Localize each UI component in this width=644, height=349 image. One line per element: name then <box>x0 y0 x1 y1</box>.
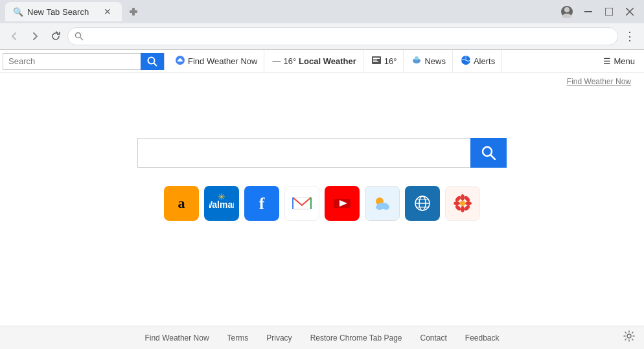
news-label: 16° <box>384 56 397 66</box>
alerts-label: News <box>424 56 446 66</box>
address-bar[interactable] <box>67 27 618 45</box>
svg-point-48 <box>460 201 465 206</box>
toolbar-item-news[interactable]: 16° <box>365 50 404 73</box>
svg-line-12 <box>154 63 157 66</box>
footer-link-contact[interactable]: Contact <box>420 333 446 343</box>
toolbar-item-find-weather[interactable]: Find Weather Now <box>168 50 264 73</box>
page-wrapper: 🔍 New Tab Search ✕ <box>0 0 644 349</box>
quick-icon-amazon[interactable]: a <box>164 186 199 221</box>
svg-text:a: a <box>178 195 185 211</box>
svg-point-14 <box>179 58 181 61</box>
temperature-icon: — <box>272 56 281 66</box>
find-weather-now-link[interactable]: Find Weather Now <box>567 77 631 86</box>
center-search-section: a Walmart ✳ f <box>0 138 644 221</box>
address-bar-row: ⋮ <box>0 23 644 49</box>
profile-button[interactable] <box>557 2 577 21</box>
svg-text:✳: ✳ <box>218 192 225 202</box>
close-window-button[interactable] <box>621 3 639 21</box>
minimize-button[interactable] <box>579 3 597 21</box>
window-controls <box>557 2 639 21</box>
quick-icon-weather[interactable] <box>365 186 400 221</box>
svg-rect-5 <box>584 11 592 12</box>
menu-icon: ☰ <box>603 56 611 66</box>
svg-point-11 <box>148 57 155 63</box>
svg-point-20 <box>415 56 419 60</box>
toolbar-item-alerts[interactable]: News <box>405 50 453 73</box>
toolbar: Find Weather Now — 16° Local Weather 16°… <box>0 50 644 73</box>
toolbar-menu-button[interactable]: ☰ Menu <box>597 50 641 73</box>
tab-bar: 🔍 New Tab Search ✕ <box>0 0 644 23</box>
svg-point-3 <box>564 7 569 12</box>
menu-label: Menu <box>614 56 635 66</box>
browser-chrome: 🔍 New Tab Search ✕ <box>0 0 644 50</box>
toolbar-item-local-weather[interactable]: — 16° Local Weather <box>266 50 363 73</box>
center-search-button[interactable] <box>470 138 507 168</box>
svg-point-39 <box>376 205 384 210</box>
footer-link-terms[interactable]: Terms <box>227 333 249 343</box>
national-weather-icon <box>461 55 471 67</box>
refresh-button[interactable] <box>47 27 65 45</box>
quick-icon-youtube[interactable] <box>325 186 360 221</box>
footer-link-feedback[interactable]: Feedback <box>465 333 500 343</box>
toolbar-item-national-weather[interactable]: Alerts <box>454 50 502 73</box>
find-weather-icon <box>175 55 185 67</box>
address-bar-search-icon <box>75 32 84 41</box>
new-tab-button[interactable] <box>124 3 143 21</box>
back-button[interactable] <box>5 27 23 45</box>
footer: Find Weather Now Terms Privacy Restore C… <box>0 326 644 349</box>
content-area: Find Weather Now a <box>0 73 644 349</box>
temperature-value: 16° <box>283 56 296 66</box>
center-search-input[interactable] <box>137 138 470 168</box>
svg-point-51 <box>454 201 460 205</box>
svg-point-50 <box>461 206 465 212</box>
svg-rect-6 <box>605 8 613 16</box>
quick-access-row: a Walmart ✳ f <box>164 186 480 221</box>
url-input[interactable] <box>87 32 611 41</box>
svg-line-10 <box>80 38 83 40</box>
maximize-button[interactable] <box>600 3 618 21</box>
quick-icon-globe[interactable] <box>405 186 440 221</box>
footer-link-privacy[interactable]: Privacy <box>266 333 292 343</box>
quick-icon-gmail[interactable] <box>284 186 319 221</box>
center-search-bar <box>137 138 507 168</box>
svg-rect-18 <box>373 62 378 63</box>
quick-icon-walmart[interactable]: Walmart ✳ <box>204 186 239 221</box>
svg-point-49 <box>461 194 465 201</box>
quick-icon-facebook[interactable]: f <box>244 186 279 221</box>
svg-line-23 <box>491 155 496 160</box>
national-weather-label: Alerts <box>474 56 495 66</box>
find-weather-label: Find Weather Now <box>188 56 257 66</box>
svg-point-57 <box>627 334 631 338</box>
toolbar-search-box <box>3 53 165 70</box>
svg-point-9 <box>76 33 81 38</box>
toolbar-search-button[interactable] <box>141 53 164 70</box>
svg-rect-1 <box>130 10 137 13</box>
alerts-icon <box>411 55 422 67</box>
news-icon <box>371 55 382 67</box>
quick-icon-flower[interactable] <box>445 186 480 221</box>
footer-link-find-weather[interactable]: Find Weather Now <box>144 333 209 343</box>
footer-link-restore[interactable]: Restore Chrome Tab Page <box>310 333 402 343</box>
find-weather-now-link-area: Find Weather Now <box>0 73 644 86</box>
settings-gear-icon[interactable] <box>623 330 635 345</box>
tab-title: New Tab Search <box>27 7 97 17</box>
svg-point-40 <box>383 205 389 210</box>
active-tab[interactable]: 🔍 New Tab Search ✕ <box>5 2 122 21</box>
svg-rect-17 <box>373 60 377 61</box>
toolbar-search-input[interactable] <box>3 54 141 69</box>
tab-favicon: 🔍 <box>13 7 23 17</box>
svg-text:f: f <box>259 194 265 213</box>
svg-rect-16 <box>373 58 380 59</box>
more-options-button[interactable]: ⋮ <box>621 27 639 45</box>
tab-close-button[interactable]: ✕ <box>101 5 114 18</box>
forward-button[interactable] <box>26 27 44 45</box>
svg-point-52 <box>465 201 472 205</box>
local-weather-label: Local Weather <box>299 56 356 66</box>
